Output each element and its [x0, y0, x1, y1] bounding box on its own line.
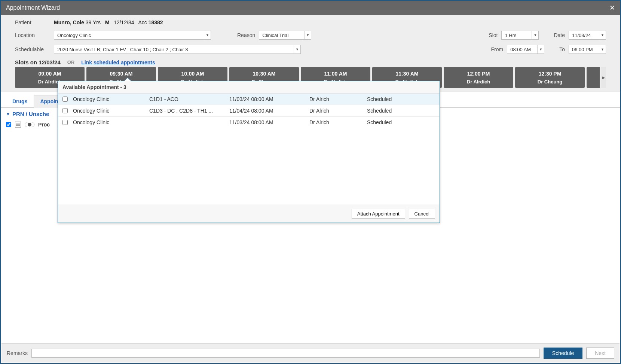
slot-value: 1 Hrs [502, 33, 532, 38]
attach-appointment-button[interactable]: Attach Appointment [352, 209, 405, 219]
slot-label: Slot [489, 32, 498, 38]
remarks-label: Remarks [7, 350, 28, 356]
from-value: 08:00 AM [507, 47, 537, 52]
item-label: Proc [38, 122, 50, 128]
from-label: From [491, 46, 504, 52]
schedulable-label: Schedulable [15, 46, 50, 52]
slot-provider: Dr Cheung [538, 79, 562, 85]
chevron-down-icon[interactable]: ▼ [294, 45, 300, 53]
location-value: Oncology Clinic [54, 33, 204, 38]
date-combo[interactable]: 11/03/24 ▼ [569, 31, 606, 40]
row-datetime: 11/03/24 08:00 AM [229, 119, 308, 125]
remarks-input[interactable] [31, 349, 540, 358]
to-value: 06:00 PM [569, 47, 599, 52]
row-status: Scheduled [367, 108, 412, 114]
row-datetime: 11/04/24 08:00 AM [229, 108, 308, 114]
chevron-down-icon[interactable]: ▼ [304, 31, 311, 39]
slot-provider: Dr Alrdich [467, 79, 490, 85]
row-cycle: C1D3 - DC , C2D8 - TH1 ... [149, 108, 228, 114]
chevron-down-icon[interactable]: ▼ [532, 31, 538, 39]
reason-label: Reason [237, 32, 255, 38]
row-provider: Dr Alrich [309, 108, 365, 114]
chevron-down-icon[interactable]: ▼ [599, 45, 606, 53]
patient-name: Munro, Cole [54, 19, 84, 25]
link-scheduled-link[interactable]: Link scheduled appointments [81, 59, 155, 65]
reason-value: Clinical Trial [259, 33, 304, 38]
row-clinic: Oncology Clinic [73, 96, 148, 102]
footer-bar: Remarks Schedule Next [1, 343, 620, 363]
patient-age: 39 Yrs [86, 19, 101, 25]
slot-time: 10:00 AM [181, 71, 204, 77]
chevron-down-icon: ▼ [6, 112, 10, 116]
row-checkbox[interactable] [62, 108, 68, 113]
available-appointments-popup: Available Appointment - 3 Oncology Clini… [58, 81, 440, 223]
date-label: Date [554, 32, 565, 38]
schedulable-value: 2020 Nurse Visit LB; Chair 1 FV ; Chair … [54, 47, 294, 52]
patient-label: Patient [15, 19, 50, 25]
location-combo[interactable]: Oncology Clinic ▼ [54, 31, 211, 40]
next-button[interactable]: Next [586, 348, 614, 359]
notes-icon[interactable] [15, 122, 21, 128]
slot-time: 11:00 AM [324, 71, 347, 77]
row-clinic: Oncology Clinic [73, 119, 148, 125]
schedule-button[interactable]: Schedule [544, 348, 582, 359]
chevron-down-icon[interactable]: ▼ [204, 31, 211, 39]
row-checkbox[interactable] [62, 120, 68, 125]
to-combo[interactable]: 06:00 PM ▼ [569, 45, 606, 54]
patient-acc-no: 18382 [149, 19, 163, 25]
to-label: To [559, 46, 565, 52]
cancel-button[interactable]: Cancel [409, 209, 435, 219]
slots-or: OR [67, 59, 75, 65]
item-checkbox[interactable] [6, 122, 11, 127]
patient-acc-label: Acc [138, 19, 147, 25]
slot-time: 11:30 AM [396, 71, 419, 77]
row-status: Scheduled [367, 96, 412, 102]
patient-sex: M [105, 19, 110, 25]
patient-info: Munro, Cole 39 Yrs M 12/12/84 Acc 18382 [54, 19, 163, 25]
slot-card[interactable]: 12:30 PMDr Cheung [515, 67, 585, 88]
window-title: Appointment Wizard [6, 4, 60, 11]
slot-time: 10:30 AM [253, 71, 276, 77]
popup-footer: Attach Appointment Cancel [58, 205, 440, 223]
slots-on-date: Slots on 12/03/24 [15, 59, 61, 65]
scroll-right-icon[interactable]: ▶ [601, 67, 606, 88]
date-value: 11/03/24 [569, 33, 599, 38]
table-row[interactable]: Oncology Clinic11/03/24 08:00 AMDr Alric… [58, 117, 440, 128]
patient-dob: 12/12/84 [114, 19, 134, 25]
table-row[interactable]: Oncology ClinicC1D3 - DC , C2D8 - TH1 ..… [58, 105, 440, 117]
row-provider: Dr Alrich [309, 96, 365, 102]
chevron-down-icon[interactable]: ▼ [599, 31, 606, 39]
row-status: Scheduled [367, 119, 412, 125]
popup-title: Available Appointment - 3 [58, 81, 440, 94]
slot-time: 12:00 PM [467, 71, 490, 77]
slot-time: 09:00 AM [39, 71, 61, 77]
from-combo[interactable]: 08:00 AM ▼ [507, 45, 544, 54]
table-row[interactable]: Oncology ClinicC1D1 - ACO11/03/24 08:00 … [58, 94, 440, 105]
slot-card[interactable]: 01:00 PMDr Alrdich [587, 67, 600, 88]
row-cycle: C1D1 - ACO [149, 96, 228, 102]
schedulable-combo[interactable]: 2020 Nurse Visit LB; Chair 1 FV ; Chair … [54, 45, 301, 54]
tab-drugs[interactable]: Drugs [6, 95, 34, 107]
close-icon[interactable]: ✕ [609, 4, 615, 12]
slot-card[interactable]: 12:00 PMDr Alrdich [444, 67, 513, 88]
slots-header: Slots on 12/03/24 OR Link scheduled appo… [15, 59, 606, 65]
chevron-down-icon[interactable]: ▼ [537, 45, 544, 53]
row-clinic: Oncology Clinic [73, 108, 148, 114]
slot-combo[interactable]: 1 Hrs ▼ [501, 31, 539, 40]
item-toggle[interactable] [25, 122, 34, 127]
row-provider: Dr Alrich [309, 119, 365, 125]
slot-time: 09:30 AM [110, 71, 133, 77]
row-datetime: 11/03/24 08:00 AM [229, 96, 308, 102]
popup-table: Oncology ClinicC1D1 - ACO11/03/24 08:00 … [58, 94, 440, 205]
title-bar: Appointment Wizard ✕ [1, 1, 620, 15]
slot-time: 12:30 PM [539, 71, 562, 77]
section-title-text: PRN / Unsche [12, 111, 49, 117]
location-label: Location [15, 32, 50, 38]
reason-combo[interactable]: Clinical Trial ▼ [259, 31, 311, 40]
row-checkbox[interactable] [62, 97, 68, 102]
